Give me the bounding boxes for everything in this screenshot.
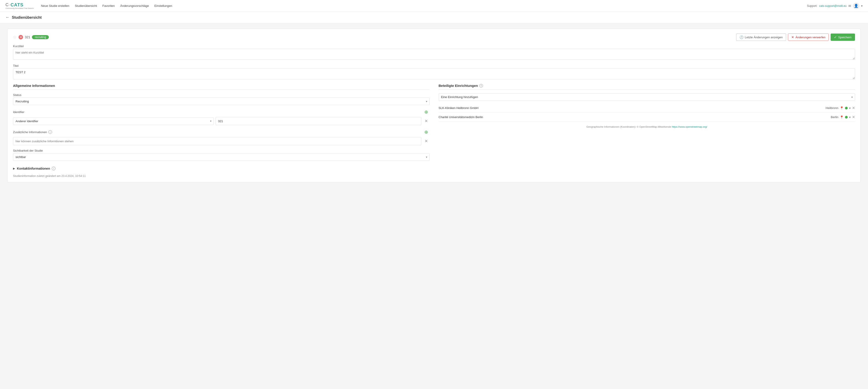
nav-studienübersicht[interactable]: Studienübersicht	[75, 4, 97, 7]
logo-subtitle: Community Annotated Trial Search	[5, 7, 34, 9]
kurztitel-label: Kurztitel	[13, 44, 855, 48]
titel-field: Titel TEST 2	[13, 64, 855, 80]
institution-chevron-1[interactable]: ▾	[849, 116, 851, 119]
kontakt-label: Kontaktinformationen	[17, 167, 50, 170]
kontakt-collapsible[interactable]: ▶ Kontaktinformationen i	[13, 164, 430, 173]
beteiligte-info-icon[interactable]: i	[479, 84, 483, 88]
main-content: ☆ ✕ 321 recruiting 🕐 Letzte Änderungen a…	[0, 23, 868, 188]
institution-right-0: Heilbronn 📍 ▾ ✕	[826, 106, 855, 110]
email-icon: ✉	[848, 4, 851, 8]
account-chevron-icon[interactable]: ▾	[861, 4, 863, 7]
letzte-aenderungen-button[interactable]: 🕐 Letzte Änderungen anzeigen	[736, 34, 786, 41]
nav-favoriten[interactable]: Favoriten	[102, 4, 115, 7]
nav-einstellungen[interactable]: Einstellungen	[154, 4, 172, 7]
zusaetzliche-row: ✕	[13, 137, 430, 145]
zusaetzliche-input[interactable]	[13, 137, 421, 145]
identifier-type-select[interactable]: Anderer Identifier ClinicalTrials.gov Eu…	[13, 118, 214, 125]
status-select-wrap: Recruiting ▾	[13, 98, 430, 105]
clock-icon: 🕐	[740, 35, 743, 39]
remove-zusaetzliche-button[interactable]: ✕	[423, 138, 430, 144]
remove-identifier-button[interactable]: ✕	[423, 118, 430, 124]
map-pin-icon-1: 📍	[840, 116, 844, 119]
checkmark-icon: ✓	[834, 35, 837, 39]
zusaetzliche-label: Zusätzliche Informationen	[13, 130, 47, 134]
institution-city-0: Heilbronn	[826, 106, 838, 110]
nav-neue-studie[interactable]: Neue Studie erstellen	[41, 4, 69, 7]
zusaetzliche-header: Zusätzliche Informationen i ⊕	[13, 129, 430, 135]
status-field: Status Recruiting ▾	[13, 93, 430, 105]
card-badges: ☆ ✕ 321 recruiting	[13, 35, 49, 40]
identifier-header: Identifier ⊕	[13, 109, 430, 115]
right-column: Beteiligte Einrichtungen i Eine Einricht…	[439, 84, 855, 177]
sichtbarkeit-label: Sichtbarkeit der Studie	[13, 149, 430, 152]
institution-row-1: Charité Universitätsmedizin Berlin Berli…	[439, 112, 855, 122]
add-zusaetzliche-button[interactable]: ⊕	[423, 129, 430, 135]
institution-chevron-0[interactable]: ▾	[849, 106, 851, 110]
zusaetzliche-info-icon[interactable]: i	[49, 130, 52, 134]
institution-city-1: Berlin	[831, 116, 838, 119]
status-label: Status	[13, 93, 430, 97]
letzte-aenderungen-label: Letzte Änderungen anzeigen	[745, 36, 783, 39]
left-column: Allgemeine Informationen Status Recruiti…	[13, 84, 430, 177]
kontakt-arrow-icon: ▶	[13, 167, 15, 170]
page-header: ← Studienübersicht	[0, 12, 868, 23]
delete-badge-button[interactable]: ✕	[19, 35, 23, 39]
geo-info-text: Geographische Informationen (Koordinaten…	[586, 125, 671, 128]
support-label: Support:	[807, 4, 817, 7]
identifier-field: Identifier ⊕ Anderer Identifier Clinical…	[13, 109, 430, 125]
card-actions: 🕐 Letzte Änderungen anzeigen ✕ Änderunge…	[736, 34, 855, 41]
institution-name-1: Charité Universitätsmedizin Berlin	[439, 116, 483, 119]
card-top-row: ☆ ✕ 321 recruiting 🕐 Letzte Änderungen a…	[13, 34, 855, 41]
support-email[interactable]: cats-support@molit.eu	[819, 4, 846, 7]
logo-cats-text: CATS	[10, 2, 24, 7]
study-id-badge: 321	[25, 35, 30, 39]
nav-right: Support: cats-support@molit.eu ✉ 👤 ▾	[807, 3, 863, 9]
kurztitel-field: Kurztitel	[13, 44, 855, 60]
status-dot-1	[845, 116, 848, 119]
logo-c-icon: C·	[5, 2, 10, 7]
titel-input[interactable]: TEST 2	[13, 68, 855, 79]
sichtbarkeit-select[interactable]: sichtbar unsichtbar	[13, 153, 430, 161]
identifier-type-select-wrap: Anderer Identifier ClinicalTrials.gov Eu…	[13, 118, 214, 125]
titel-label: Titel	[13, 64, 855, 67]
beteiligte-section-title: Beteiligte Einrichtungen i	[439, 84, 855, 90]
app-logo[interactable]: C· CATS Community Annotated Trial Search	[5, 2, 34, 9]
identifier-label: Identifier	[13, 110, 24, 114]
institution-add-select-wrap: Eine Einrichtung hinzufügen ▾	[439, 93, 855, 101]
favorite-star-icon[interactable]: ☆	[13, 35, 17, 40]
study-card: ☆ ✕ 321 recruiting 🕐 Letzte Änderungen a…	[7, 29, 861, 183]
geo-link[interactable]: https://www.openstreetmap.org/	[672, 125, 707, 128]
aenderungen-verwerfen-button[interactable]: ✕ Änderungen verwerfen	[788, 34, 829, 41]
zusaetzliche-field: Zusätzliche Informationen i ⊕ ✕	[13, 129, 430, 145]
map-pin-icon-0: 📍	[840, 106, 844, 110]
user-account-icon[interactable]: 👤	[853, 3, 859, 9]
institution-remove-0[interactable]: ✕	[852, 106, 855, 110]
navbar: C· CATS Community Annotated Trial Search…	[0, 0, 868, 12]
speichern-button[interactable]: ✓ Speichern	[831, 34, 855, 41]
identifier-number-input[interactable]	[216, 117, 421, 125]
allgemeine-title-text: Allgemeine Informationen	[13, 84, 55, 88]
beteiligte-title-text: Beteiligte Einrichtungen	[439, 84, 478, 88]
back-button[interactable]: ←	[5, 15, 9, 20]
status-dot-0	[845, 107, 848, 109]
aenderungen-verwerfen-label: Änderungen verwerfen	[796, 36, 826, 39]
allgemeine-section-title: Allgemeine Informationen	[13, 84, 430, 90]
add-identifier-button[interactable]: ⊕	[423, 109, 430, 115]
status-select[interactable]: Recruiting	[13, 98, 430, 105]
identifier-row: Anderer Identifier ClinicalTrials.gov Eu…	[13, 117, 430, 125]
institution-name-0: SLK-Kliniken Heilbronn GmbH	[439, 106, 478, 110]
nav-änderungsvorschläge[interactable]: Änderungsvorschläge	[120, 4, 149, 7]
institution-remove-1[interactable]: ✕	[852, 115, 855, 119]
kurztitel-input[interactable]	[13, 49, 855, 60]
kontakt-info-icon[interactable]: i	[52, 167, 56, 170]
timestamp: Studieninformation zuletzt geändert am 2…	[13, 174, 430, 177]
institution-add-select[interactable]: Eine Einrichtung hinzufügen	[439, 93, 855, 101]
institution-right-1: Berlin 📍 ▾ ✕	[831, 115, 855, 119]
recruiting-status-badge: recruiting	[32, 35, 49, 39]
institution-add-row: Eine Einrichtung hinzufügen ▾	[439, 93, 855, 101]
page-title: Studienübersicht	[12, 15, 42, 20]
speichern-label: Speichern	[838, 36, 851, 39]
geo-info: Geographische Informationen (Koordinaten…	[439, 125, 855, 128]
sichtbarkeit-field: Sichtbarkeit der Studie sichtbar unsicht…	[13, 149, 430, 161]
two-col-layout: Allgemeine Informationen Status Recruiti…	[13, 84, 855, 177]
